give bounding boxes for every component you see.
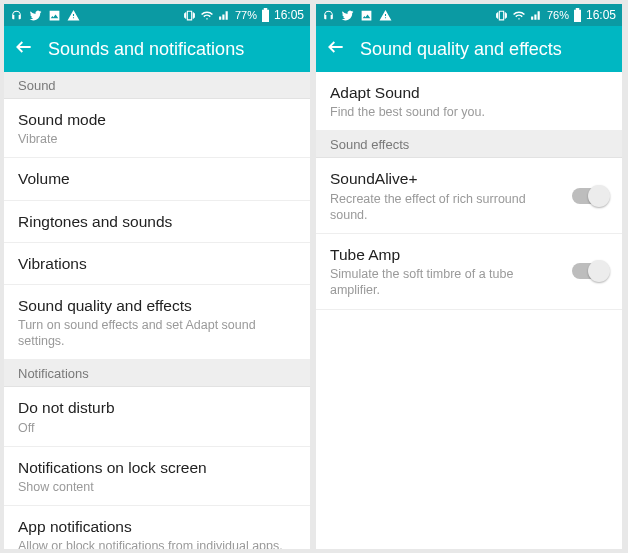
row-label: Sound mode xyxy=(18,110,296,130)
row-label: App notifications xyxy=(18,517,296,537)
back-icon[interactable] xyxy=(14,37,34,61)
row-sub: Turn on sound effects and set Adapt soun… xyxy=(18,317,296,350)
row-sub: Vibrate xyxy=(18,131,296,147)
row-sub: Off xyxy=(18,420,296,436)
page-title: Sounds and notifications xyxy=(48,39,244,60)
section-header-notifications: Notifications xyxy=(4,360,310,387)
svg-rect-0 xyxy=(263,14,268,21)
twitter-icon xyxy=(341,9,354,22)
row-label: Tube Amp xyxy=(330,245,558,265)
row-sub: Find the best sound for you. xyxy=(330,104,608,120)
row-ringtones[interactable]: Ringtones and sounds xyxy=(4,201,310,243)
row-app-notif[interactable]: App notifications Allow or block notific… xyxy=(4,506,310,549)
row-sub: Show content xyxy=(18,479,296,495)
twitter-icon xyxy=(29,9,42,22)
row-label: SoundAlive+ xyxy=(330,169,558,189)
svg-rect-1 xyxy=(575,14,580,21)
row-soundalive[interactable]: SoundAlive+ Recreate the effect of rich … xyxy=(316,158,622,234)
app-bar: Sound quality and effects xyxy=(316,26,622,72)
row-sub: Simulate the soft timbre of a tube ampli… xyxy=(330,266,558,299)
wifi-icon xyxy=(512,9,526,22)
battery-percent: 76% xyxy=(547,9,569,21)
row-label: Sound quality and effects xyxy=(18,296,296,316)
vibrate-icon xyxy=(495,9,508,22)
row-volume[interactable]: Volume xyxy=(4,158,310,200)
vibrate-icon xyxy=(183,9,196,22)
row-adapt-sound[interactable]: Adapt Sound Find the best sound for you. xyxy=(316,72,622,131)
status-bar: 77% 16:05 xyxy=(4,4,310,26)
row-label: Notifications on lock screen xyxy=(18,458,296,478)
settings-list: Adapt Sound Find the best sound for you.… xyxy=(316,72,622,549)
battery-percent: 77% xyxy=(235,9,257,21)
row-vibrations[interactable]: Vibrations xyxy=(4,243,310,285)
row-label: Volume xyxy=(18,169,296,189)
row-label: Do not disturb xyxy=(18,398,296,418)
phone-left: 77% 16:05 Sounds and notifications Sound… xyxy=(4,4,310,549)
row-dnd[interactable]: Do not disturb Off xyxy=(4,387,310,446)
toggle-soundalive[interactable] xyxy=(572,188,608,204)
section-header-sound: Sound xyxy=(4,72,310,99)
battery-icon xyxy=(573,8,582,22)
signal-icon xyxy=(218,9,231,22)
headphones-icon xyxy=(322,9,335,22)
row-sub: Recreate the effect of rich surround sou… xyxy=(330,191,558,224)
row-label: Ringtones and sounds xyxy=(18,212,296,232)
toggle-tubeamp[interactable] xyxy=(572,263,608,279)
row-lock-notif[interactable]: Notifications on lock screen Show conten… xyxy=(4,447,310,506)
phone-right: 76% 16:05 Sound quality and effects Adap… xyxy=(316,4,622,549)
row-sound-mode[interactable]: Sound mode Vibrate xyxy=(4,99,310,158)
signal-icon xyxy=(530,9,543,22)
row-sound-quality[interactable]: Sound quality and effects Turn on sound … xyxy=(4,285,310,361)
status-bar: 76% 16:05 xyxy=(316,4,622,26)
battery-icon xyxy=(261,8,270,22)
clock-time: 16:05 xyxy=(274,8,304,22)
warning-icon xyxy=(379,9,392,22)
image-icon xyxy=(360,9,373,22)
section-header-effects: Sound effects xyxy=(316,131,622,158)
row-label: Adapt Sound xyxy=(330,83,608,103)
settings-list: Sound Sound mode Vibrate Volume Ringtone… xyxy=(4,72,310,549)
app-bar: Sounds and notifications xyxy=(4,26,310,72)
row-tubeamp[interactable]: Tube Amp Simulate the soft timbre of a t… xyxy=(316,234,622,310)
warning-icon xyxy=(67,9,80,22)
row-sub: Allow or block notifications from indivi… xyxy=(18,538,296,549)
back-icon[interactable] xyxy=(326,37,346,61)
headphones-icon xyxy=(10,9,23,22)
page-title: Sound quality and effects xyxy=(360,39,562,60)
wifi-icon xyxy=(200,9,214,22)
clock-time: 16:05 xyxy=(586,8,616,22)
row-label: Vibrations xyxy=(18,254,296,274)
image-icon xyxy=(48,9,61,22)
